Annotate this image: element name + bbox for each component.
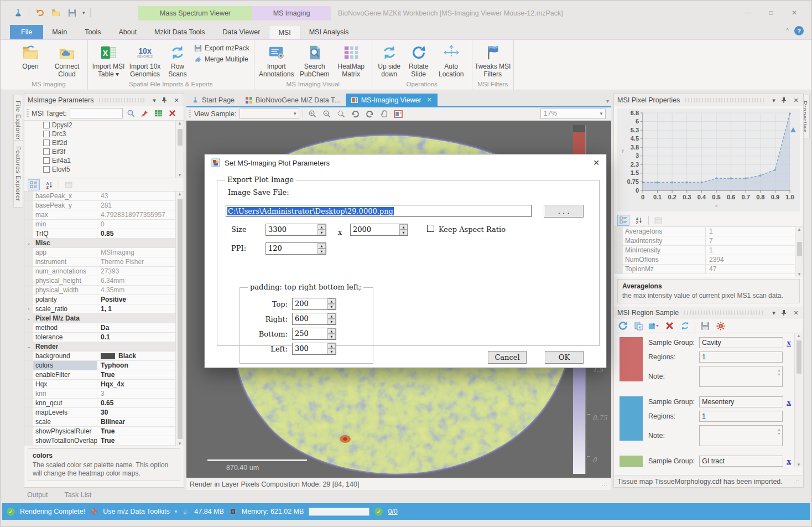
property-value[interactable]: Black bbox=[97, 352, 176, 360]
close-icon[interactable]: ✕ bbox=[173, 97, 180, 104]
ribbon-tab[interactable]: Mzkit Data Tools bbox=[145, 25, 214, 39]
regions-input[interactable]: 1 bbox=[699, 352, 783, 363]
sidebar-tab-file-explorer[interactable]: File Explorer bbox=[13, 95, 23, 146]
import-10x-genomics-button[interactable]: 10xGENOMICS Import 10x Genomics bbox=[127, 41, 163, 79]
panel-menu-icon[interactable]: ▾ bbox=[150, 97, 158, 104]
gene-list-item[interactable]: Elovl5 bbox=[24, 165, 184, 174]
property-grid-scrollbar[interactable]: ▲▼ bbox=[175, 192, 184, 446]
ribbon-tab[interactable]: File bbox=[10, 25, 43, 39]
dialog-title-bar[interactable]: Set MS-Imaging Plot Parameters ✕ bbox=[205, 154, 606, 171]
save-icon[interactable] bbox=[66, 7, 77, 18]
property-value[interactable]: 30 bbox=[97, 409, 176, 416]
property-row[interactable]: showTotalIonOverlap True bbox=[24, 436, 176, 446]
export-image-icon[interactable] bbox=[393, 108, 404, 120]
property-grid-scrollbar[interactable]: ▲▼ bbox=[795, 227, 803, 277]
search-pubchem-button[interactable]: Search PubChem bbox=[296, 41, 333, 79]
checkbox[interactable] bbox=[43, 122, 50, 128]
property-value[interactable]: 281 bbox=[97, 202, 176, 209]
sample-group-input[interactable]: Cavity bbox=[699, 337, 783, 348]
heatmap-matrix-button[interactable]: HeatMap Matrix bbox=[333, 41, 369, 79]
property-value[interactable]: 0 bbox=[97, 220, 176, 228]
sample-group-input[interactable]: Mesentery bbox=[699, 396, 783, 407]
property-value[interactable]: 27393 bbox=[97, 267, 176, 275]
upside-down-button[interactable]: Up side down bbox=[374, 41, 404, 79]
property-value[interactable]: 0.85 bbox=[97, 230, 176, 237]
qat-dropdown-icon[interactable]: ▾ bbox=[82, 10, 85, 16]
property-row[interactable]: colors Typhoon bbox=[24, 361, 176, 370]
gene-list-scrollbar[interactable]: ▲▼ bbox=[175, 121, 184, 178]
property-value[interactable]: Thermo Fisher bbox=[97, 258, 176, 266]
property-value[interactable]: 4.7928318977355957 bbox=[97, 211, 176, 219]
property-value[interactable]: 3 bbox=[97, 390, 176, 397]
regions-input[interactable]: 1 bbox=[699, 411, 783, 422]
swap-icon[interactable] bbox=[679, 321, 690, 332]
property-value[interactable]: Hqx_4x bbox=[97, 380, 176, 388]
connect-cloud-button[interactable]: Connect Cloud bbox=[49, 41, 85, 79]
context-tab-mass-spectrum-viewer[interactable]: Mass Spectrum Viewer bbox=[138, 6, 252, 20]
close-button[interactable]: ✕ bbox=[783, 6, 806, 19]
property-value[interactable]: 43 bbox=[97, 192, 176, 200]
property-row[interactable]: method Da bbox=[24, 323, 176, 333]
property-value[interactable]: MSImaging bbox=[97, 249, 176, 256]
help-icon[interactable]: ? bbox=[794, 26, 804, 35]
redo-view-icon[interactable] bbox=[364, 108, 375, 120]
gene-list-item[interactable]: Eif3f bbox=[24, 147, 184, 156]
size-width-spinner[interactable]: 3300 ▲▼ bbox=[266, 224, 326, 236]
spinner-buttons[interactable]: ▲▼ bbox=[317, 224, 326, 235]
property-row[interactable]: MinIntensity 1 bbox=[614, 246, 803, 255]
image-save-file-input[interactable]: C:\Users\Administrator\Desktop\29.0000.p… bbox=[226, 205, 532, 217]
merge-multiple-button[interactable]: Merge Multiple bbox=[194, 55, 249, 63]
browse-button[interactable]: . . . bbox=[544, 205, 584, 218]
refresh-icon[interactable] bbox=[617, 321, 628, 332]
property-row[interactable]: mapLevels 30 bbox=[24, 408, 176, 417]
alphabetical-sort-icon[interactable]: AZ bbox=[43, 179, 55, 190]
property-value[interactable]: 6.34mm bbox=[97, 277, 176, 285]
remove-sample-link[interactable]: x bbox=[787, 339, 791, 347]
undo-icon[interactable] bbox=[34, 7, 45, 18]
checkbox[interactable] bbox=[43, 140, 50, 146]
ppi-spinner[interactable]: 120 ▲▼ bbox=[266, 242, 326, 255]
settings-gear-icon[interactable] bbox=[715, 321, 726, 332]
checkbox[interactable] bbox=[43, 148, 50, 155]
property-value[interactable]: 7 bbox=[706, 237, 803, 245]
zoom-region-icon[interactable] bbox=[335, 108, 346, 120]
property-row[interactable]: physical_height 6.34mm bbox=[24, 276, 176, 286]
property-row[interactable]: ⌄ Misc bbox=[24, 239, 176, 248]
import-msi-table-button[interactable]: X Import MSI Table ▾ bbox=[90, 41, 127, 79]
sidebar-tab-features-explorer[interactable]: Features Explorer bbox=[13, 140, 23, 208]
property-row[interactable]: physical_width 4.35mm bbox=[24, 286, 176, 295]
property-row[interactable]: showPhysicalRuler True bbox=[24, 427, 176, 436]
close-icon[interactable]: ✕ bbox=[792, 309, 800, 317]
tweaks-msi-filters-button[interactable]: Tweaks MSI Filters bbox=[475, 41, 511, 79]
open-folder-icon[interactable] bbox=[50, 7, 61, 18]
pin-icon[interactable] bbox=[781, 97, 789, 104]
sample-color-swatch[interactable] bbox=[620, 456, 643, 467]
open-button[interactable]: Open bbox=[12, 41, 49, 79]
categorized-view-icon[interactable] bbox=[28, 179, 40, 190]
tab-mz-data[interactable]: BioNovoGene M/Z Data T... bbox=[240, 94, 346, 106]
property-row[interactable]: Hqx Hqx_4x bbox=[24, 380, 176, 389]
tab-ms-imaging-viewer[interactable]: MS-Imaging Viewer ✕ bbox=[346, 94, 438, 106]
gene-list-item[interactable]: Drc3 bbox=[24, 130, 184, 138]
categorized-view-icon[interactable] bbox=[617, 215, 629, 226]
pan-hand-icon[interactable] bbox=[378, 108, 389, 120]
spinner-buttons[interactable]: ▲▼ bbox=[317, 243, 326, 254]
note-textarea[interactable]: ▲▼ bbox=[699, 366, 783, 387]
expander-icon[interactable]: › bbox=[28, 306, 30, 312]
pin-icon[interactable] bbox=[781, 309, 789, 316]
padding-spinner[interactable]: 250▲▼ bbox=[292, 328, 336, 340]
maximize-button[interactable]: □ bbox=[759, 6, 783, 19]
toolkit-status[interactable]: Use m/z Data Toolkits bbox=[103, 508, 170, 515]
property-row[interactable]: enableFilter True bbox=[24, 370, 176, 380]
context-tab-ms-imaging[interactable]: MS Imaging bbox=[252, 6, 331, 20]
property-value[interactable]: True bbox=[97, 437, 176, 445]
keep-aspect-ratio-checkbox[interactable] bbox=[427, 225, 434, 232]
property-row[interactable]: min 0 bbox=[24, 220, 176, 229]
search-icon[interactable] bbox=[126, 108, 137, 119]
ribbon-tab[interactable]: MSI bbox=[269, 25, 300, 39]
gene-list-item[interactable]: Eif2d bbox=[24, 138, 184, 147]
import-annotations-button[interactable]: Import Annotations bbox=[257, 41, 296, 79]
ribbon-tab[interactable]: Tools bbox=[76, 25, 110, 39]
property-value[interactable]: 47 bbox=[706, 265, 803, 273]
clear-icon[interactable] bbox=[167, 108, 178, 119]
